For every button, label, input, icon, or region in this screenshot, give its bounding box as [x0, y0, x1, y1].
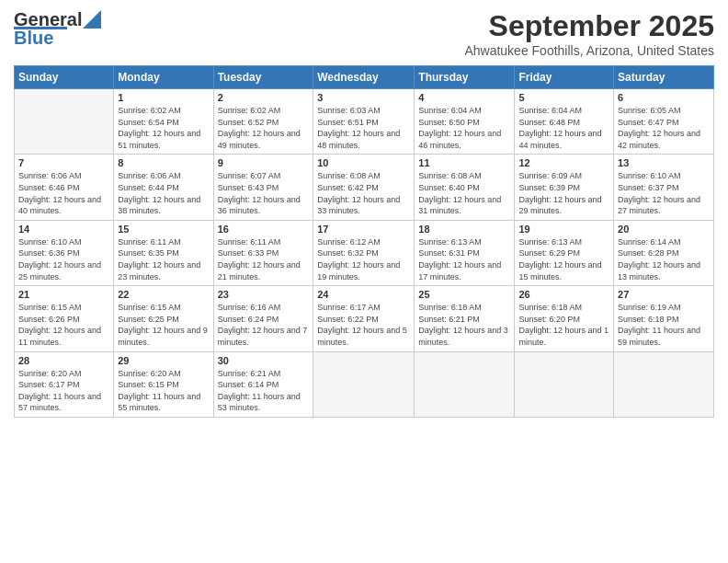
day-number: 16 [218, 224, 310, 235]
day-number: 30 [218, 355, 310, 366]
weekday-header-thursday: Thursday [415, 66, 515, 89]
day-number: 9 [218, 157, 310, 168]
calendar-cell [313, 351, 415, 417]
day-info: Sunrise: 6:02 AMSunset: 6:52 PMDaylight:… [218, 105, 310, 151]
calendar-week-row: 1Sunrise: 6:02 AMSunset: 6:54 PMDaylight… [15, 89, 714, 155]
day-number: 26 [518, 289, 609, 300]
day-info: Sunrise: 6:08 AMSunset: 6:42 PMDaylight:… [317, 170, 410, 216]
day-info: Sunrise: 6:03 AMSunset: 6:51 PMDaylight:… [317, 105, 410, 151]
day-number: 25 [418, 289, 510, 300]
calendar-cell: 8Sunrise: 6:06 AMSunset: 6:44 PMDaylight… [114, 155, 213, 220]
calendar-cell: 17Sunrise: 6:12 AMSunset: 6:32 PMDayligh… [313, 220, 415, 285]
calendar-week-row: 28Sunrise: 6:20 AMSunset: 6:17 PMDayligh… [15, 351, 714, 417]
day-info: Sunrise: 6:18 AMSunset: 6:20 PMDaylight:… [518, 302, 609, 348]
day-info: Sunrise: 6:20 AMSunset: 6:15 PMDaylight:… [118, 368, 209, 414]
day-number: 14 [18, 224, 109, 235]
weekday-header-wednesday: Wednesday [313, 66, 415, 89]
day-number: 21 [18, 289, 109, 300]
weekday-header-sunday: Sunday [15, 66, 114, 89]
day-number: 17 [317, 224, 410, 235]
day-info: Sunrise: 6:13 AMSunset: 6:31 PMDaylight:… [418, 236, 510, 282]
calendar-cell: 24Sunrise: 6:17 AMSunset: 6:22 PMDayligh… [313, 286, 415, 351]
calendar-cell: 18Sunrise: 6:13 AMSunset: 6:31 PMDayligh… [415, 220, 515, 285]
calendar-cell: 26Sunrise: 6:18 AMSunset: 6:20 PMDayligh… [515, 286, 614, 351]
svg-marker-0 [83, 10, 101, 29]
calendar-cell: 3Sunrise: 6:03 AMSunset: 6:51 PMDaylight… [313, 89, 415, 155]
calendar-cell: 19Sunrise: 6:13 AMSunset: 6:29 PMDayligh… [515, 220, 614, 285]
day-number: 7 [18, 157, 109, 168]
calendar-week-row: 7Sunrise: 6:06 AMSunset: 6:46 PMDaylight… [15, 155, 714, 220]
day-number: 24 [317, 289, 410, 300]
day-number: 11 [418, 157, 510, 168]
day-number: 20 [618, 224, 710, 235]
calendar-cell [614, 351, 714, 417]
day-number: 28 [18, 355, 109, 366]
calendar-cell [415, 351, 515, 417]
day-info: Sunrise: 6:07 AMSunset: 6:43 PMDaylight:… [218, 170, 310, 216]
calendar-table: SundayMondayTuesdayWednesdayThursdayFrid… [14, 65, 714, 418]
weekday-header-saturday: Saturday [614, 66, 714, 89]
calendar-cell: 2Sunrise: 6:02 AMSunset: 6:52 PMDaylight… [213, 89, 313, 155]
day-number: 22 [118, 289, 209, 300]
calendar-cell: 1Sunrise: 6:02 AMSunset: 6:54 PMDaylight… [114, 89, 213, 155]
title-area: September 2025 Ahwatukee Foothills, Ariz… [464, 9, 714, 58]
calendar-cell: 22Sunrise: 6:15 AMSunset: 6:25 PMDayligh… [114, 286, 213, 351]
day-number: 3 [317, 92, 410, 103]
day-number: 2 [218, 92, 310, 103]
calendar-cell: 12Sunrise: 6:09 AMSunset: 6:39 PMDayligh… [515, 155, 614, 220]
calendar-cell: 11Sunrise: 6:08 AMSunset: 6:40 PMDayligh… [415, 155, 515, 220]
day-number: 8 [118, 157, 209, 168]
calendar-cell: 16Sunrise: 6:11 AMSunset: 6:33 PMDayligh… [213, 220, 313, 285]
header: General Blue September 2025 Ahwatukee Fo… [14, 9, 714, 58]
day-info: Sunrise: 6:12 AMSunset: 6:32 PMDaylight:… [317, 236, 410, 282]
day-info: Sunrise: 6:10 AMSunset: 6:36 PMDaylight:… [18, 236, 109, 282]
calendar-cell: 4Sunrise: 6:04 AMSunset: 6:50 PMDaylight… [415, 89, 515, 155]
calendar-cell: 21Sunrise: 6:15 AMSunset: 6:26 PMDayligh… [15, 286, 114, 351]
day-info: Sunrise: 6:21 AMSunset: 6:14 PMDaylight:… [218, 368, 310, 414]
day-info: Sunrise: 6:15 AMSunset: 6:26 PMDaylight:… [18, 302, 109, 348]
day-info: Sunrise: 6:20 AMSunset: 6:17 PMDaylight:… [18, 368, 109, 414]
day-info: Sunrise: 6:10 AMSunset: 6:37 PMDaylight:… [618, 170, 710, 216]
day-number: 12 [518, 157, 609, 168]
calendar-cell: 27Sunrise: 6:19 AMSunset: 6:18 PMDayligh… [614, 286, 714, 351]
calendar-cell: 30Sunrise: 6:21 AMSunset: 6:14 PMDayligh… [213, 351, 313, 417]
day-number: 10 [317, 157, 410, 168]
calendar-cell: 28Sunrise: 6:20 AMSunset: 6:17 PMDayligh… [15, 351, 114, 417]
calendar-cell [515, 351, 614, 417]
logo: General Blue [14, 9, 101, 49]
day-info: Sunrise: 6:04 AMSunset: 6:48 PMDaylight:… [518, 105, 609, 151]
calendar-week-row: 14Sunrise: 6:10 AMSunset: 6:36 PMDayligh… [15, 220, 714, 285]
day-number: 6 [618, 92, 710, 103]
day-info: Sunrise: 6:15 AMSunset: 6:25 PMDaylight:… [118, 302, 209, 348]
calendar-header-row: SundayMondayTuesdayWednesdayThursdayFrid… [15, 66, 714, 89]
weekday-header-monday: Monday [114, 66, 213, 89]
calendar-cell: 23Sunrise: 6:16 AMSunset: 6:24 PMDayligh… [213, 286, 313, 351]
day-number: 4 [418, 92, 510, 103]
day-info: Sunrise: 6:06 AMSunset: 6:44 PMDaylight:… [118, 170, 209, 216]
calendar-cell: 25Sunrise: 6:18 AMSunset: 6:21 PMDayligh… [415, 286, 515, 351]
day-info: Sunrise: 6:18 AMSunset: 6:21 PMDaylight:… [418, 302, 510, 348]
month-title: September 2025 [464, 9, 714, 43]
calendar-cell: 10Sunrise: 6:08 AMSunset: 6:42 PMDayligh… [313, 155, 415, 220]
logo-blue: Blue [14, 28, 53, 49]
day-info: Sunrise: 6:14 AMSunset: 6:28 PMDaylight:… [618, 236, 710, 282]
day-number: 15 [118, 224, 209, 235]
calendar-cell: 9Sunrise: 6:07 AMSunset: 6:43 PMDaylight… [213, 155, 313, 220]
day-number: 1 [118, 92, 209, 103]
weekday-header-tuesday: Tuesday [213, 66, 313, 89]
calendar-cell: 20Sunrise: 6:14 AMSunset: 6:28 PMDayligh… [614, 220, 714, 285]
calendar-cell: 5Sunrise: 6:04 AMSunset: 6:48 PMDaylight… [515, 89, 614, 155]
day-number: 23 [218, 289, 310, 300]
logo-icon [83, 10, 101, 29]
day-info: Sunrise: 6:05 AMSunset: 6:47 PMDaylight:… [618, 105, 710, 151]
day-info: Sunrise: 6:08 AMSunset: 6:40 PMDaylight:… [418, 170, 510, 216]
day-number: 18 [418, 224, 510, 235]
day-info: Sunrise: 6:16 AMSunset: 6:24 PMDaylight:… [218, 302, 310, 348]
day-info: Sunrise: 6:11 AMSunset: 6:35 PMDaylight:… [118, 236, 209, 282]
calendar-cell: 7Sunrise: 6:06 AMSunset: 6:46 PMDaylight… [15, 155, 114, 220]
location-title: Ahwatukee Foothills, Arizona, United Sta… [464, 43, 714, 58]
day-info: Sunrise: 6:17 AMSunset: 6:22 PMDaylight:… [317, 302, 410, 348]
day-number: 19 [518, 224, 609, 235]
calendar-cell: 14Sunrise: 6:10 AMSunset: 6:36 PMDayligh… [15, 220, 114, 285]
page: General Blue September 2025 Ahwatukee Fo… [0, 0, 728, 563]
